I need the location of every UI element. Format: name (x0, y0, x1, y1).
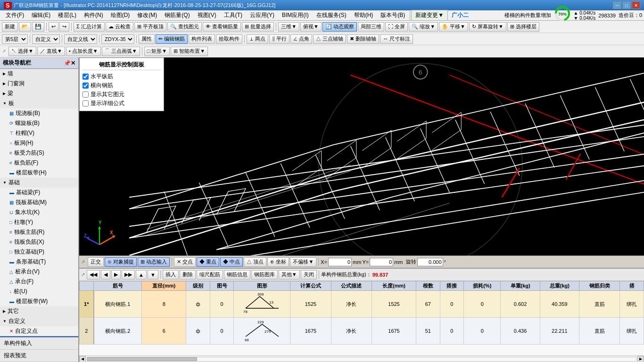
dynamic-input-button[interactable]: ⊞ 动态输入 (138, 257, 170, 267)
scroll-right-button[interactable]: ▶ (637, 356, 644, 362)
three-point-axis-button[interactable]: △ 三点辅轴 (313, 34, 346, 44)
menu-version[interactable]: 版本号(B) (377, 10, 409, 20)
nav-item-sump[interactable]: ⊔ 集水坑(K) (0, 207, 78, 217)
nav-item-isolated-found[interactable]: □ 独立基础(P) (0, 247, 78, 257)
x-input[interactable] (328, 258, 352, 266)
nav-item-slab-neg[interactable]: ≡ 板负筋(F) (0, 158, 78, 168)
menu-new-change[interactable]: 新建变更▼ (411, 10, 448, 21)
midpoint-button[interactable]: ◆ 重点 (197, 257, 219, 267)
property-button[interactable]: 属性 (139, 34, 155, 44)
nav-item-pier[interactable]: □ 柱墩(Y) (0, 217, 78, 227)
menu-edit[interactable]: 编辑(E) (28, 10, 54, 20)
dim-button[interactable]: ↔ 尺寸标注 (380, 34, 413, 44)
nav-group-beam-header[interactable]: ▶ 梁 (0, 89, 78, 99)
align-top-button[interactable]: ⊞ 平齐板顶 (134, 22, 166, 32)
delete-row-button[interactable]: 删除 (180, 270, 196, 280)
menu-bim[interactable]: BIM应用(I) (278, 10, 313, 20)
top-view-button[interactable]: 俯视▼ (300, 22, 322, 32)
cloud-check-button[interactable]: ☁ 云检查 (106, 22, 133, 32)
nav-item-pile[interactable]: ↓ 桩(U) (0, 287, 78, 296)
nav-group-wall-header[interactable]: ▶ 墙 (0, 69, 78, 79)
scroll-thumb[interactable] (87, 357, 197, 361)
edit-rebar-button[interactable]: ✏ 编辑钢筋 (156, 34, 188, 44)
custom-select[interactable]: 自定义 (32, 34, 60, 44)
point-length-button[interactable]: • 点加长度▼ (66, 47, 101, 56)
nav-group-others-header[interactable]: ▶ 其它 (0, 306, 78, 316)
nav-group-custom-header[interactable]: ▼ 自定义 (0, 316, 78, 326)
arc-button[interactable]: ⌒ 三点画弧▼ (102, 47, 140, 56)
nav-item-pile-cap[interactable]: △ 桩承台(V) (0, 267, 78, 277)
select-tool-button[interactable]: ↖ 选择▼ (8, 47, 36, 56)
find-element-button[interactable]: 🔍 查找图元 (167, 22, 202, 32)
3d-view[interactable]: 钢筋显示控制面板 水平纵筋 横向钢筋 显示其它图元 显示详细公式 (79, 58, 644, 255)
report-preview-button[interactable]: 报表预览 (0, 350, 78, 362)
ortho-button[interactable]: 正交 (88, 257, 104, 267)
nav-group-slab-header[interactable]: ▼ 板 (0, 99, 78, 108)
coord-button[interactable]: ⊕ 坐标 (267, 257, 289, 267)
menu-rebar[interactable]: 钢筋量(Q) (161, 10, 193, 20)
3d-button[interactable]: 三维▼ (278, 22, 299, 32)
transverse-rebar-checkbox[interactable] (83, 82, 89, 89)
component-list-button[interactable]: 构件列表 (189, 34, 215, 44)
scroll-left-button[interactable]: ◀ (79, 356, 86, 362)
menu-tools[interactable]: 工具(T) (220, 10, 246, 20)
parallel-button[interactable]: ∥ 平行 (269, 34, 289, 44)
detail-formula-checkbox[interactable] (83, 100, 89, 107)
smart-layout-button[interactable]: ⊞ 智能布置▼ (171, 47, 208, 56)
menu-modify[interactable]: 修改(M) (133, 10, 161, 20)
y-input[interactable] (370, 258, 393, 266)
rebar-library-button[interactable]: 钢筋图库 (251, 270, 278, 280)
menu-help[interactable]: 帮助(H) (350, 10, 377, 20)
nav-item-floor-band[interactable]: ▬ 楼层板带(H) (0, 168, 78, 178)
local-3d-button[interactable]: 局部三维 (358, 22, 384, 32)
menu-cloud[interactable]: 云应用(Y) (246, 10, 278, 20)
nav-item-custom-point[interactable]: ✕ 自定义点 (0, 326, 78, 336)
dynamic-obs-button[interactable]: 🔄 动态观察 (322, 22, 357, 32)
pan-button[interactable]: ✋ 平移▼ (439, 22, 468, 32)
view-rebar-button[interactable]: 👁 查看钢筋量 (203, 22, 241, 32)
new-button[interactable]: 新建 (2, 22, 18, 32)
close-table-button[interactable]: 关闭 (301, 270, 317, 280)
angle-button[interactable]: ∠ 点角 (290, 34, 312, 44)
nav-item-floor-band2[interactable]: ▬ 楼层板带(W) (0, 296, 78, 306)
two-point-button[interactable]: ⊥ 两点 (247, 34, 268, 44)
scale-rebar-button[interactable]: 缩尺配筋 (197, 270, 223, 280)
nav-item-raft-main-rebar[interactable]: ≡ 独板主筋(R) (0, 227, 78, 237)
prev-record-button[interactable]: ◀ (101, 270, 110, 280)
menu-floor[interactable]: 楼层(L) (54, 10, 80, 20)
object-snap-button[interactable]: ⊙ 对象捕捉 (105, 257, 137, 267)
single-component-input-button[interactable]: 单构件输入 (0, 337, 78, 350)
insert-row-button[interactable]: 插入 (163, 270, 179, 280)
line-type-select[interactable]: 自定义线 (64, 34, 97, 44)
pick-component-button[interactable]: 拾取构件 (216, 34, 242, 44)
fullscreen-button[interactable]: ⛶ 全屏 (385, 22, 408, 32)
nav-item-found-beam[interactable]: ▬ 基础梁(F) (0, 188, 78, 197)
nav-item-slab-hole[interactable]: ○ 板洞(H) (0, 138, 78, 148)
menu-component[interactable]: 构件(N) (80, 10, 107, 20)
select-floor-button[interactable]: ⊞ 选择楼层 (507, 22, 539, 32)
minimize-button[interactable]: ─ (613, 1, 621, 9)
sidebar-close[interactable]: ✕ (71, 60, 75, 66)
next-record-button[interactable]: ▶ (111, 270, 121, 280)
other-elements-checkbox[interactable] (83, 91, 89, 98)
delete-axis-button[interactable]: ✖ 删除辅轴 (347, 34, 379, 44)
nav-item-raft[interactable]: ▦ 筏板基础(M) (0, 197, 78, 207)
last-record-button[interactable]: ▶▶ (122, 270, 135, 280)
intersection-button[interactable]: ✕ 交点 (174, 257, 196, 267)
nav-item-strip-found[interactable]: ▬ 条形基础(T) (0, 257, 78, 267)
center-button[interactable]: ◆ 中点 (220, 257, 243, 267)
save-button[interactable]: 💾 (32, 22, 44, 32)
first-record-button[interactable]: ◀◀ (87, 270, 100, 280)
nav-item-cast-slab[interactable]: ▦ 现浇板(B) (0, 108, 78, 118)
nav-item-slab-rebar[interactable]: ≡ 板受力筋(S) (0, 148, 78, 158)
maximize-button[interactable]: □ (622, 1, 631, 9)
menu-guang[interactable]: 广小二 (448, 10, 472, 20)
batch-select-button[interactable]: ⊞ 批量选择 (242, 22, 274, 32)
rotate-input[interactable] (417, 258, 443, 266)
floor-select[interactable]: 第5层第4层第3层 (2, 34, 28, 44)
undo-button[interactable]: ↩ (49, 22, 58, 32)
menu-draw[interactable]: 绘图(D) (107, 10, 134, 20)
horizontal-scrollbar[interactable]: ◀ ▶ (79, 355, 644, 362)
nav-item-column-cap[interactable]: ⊤ 柱帽(V) (0, 128, 78, 138)
menu-view[interactable]: 视图(V) (194, 10, 220, 20)
